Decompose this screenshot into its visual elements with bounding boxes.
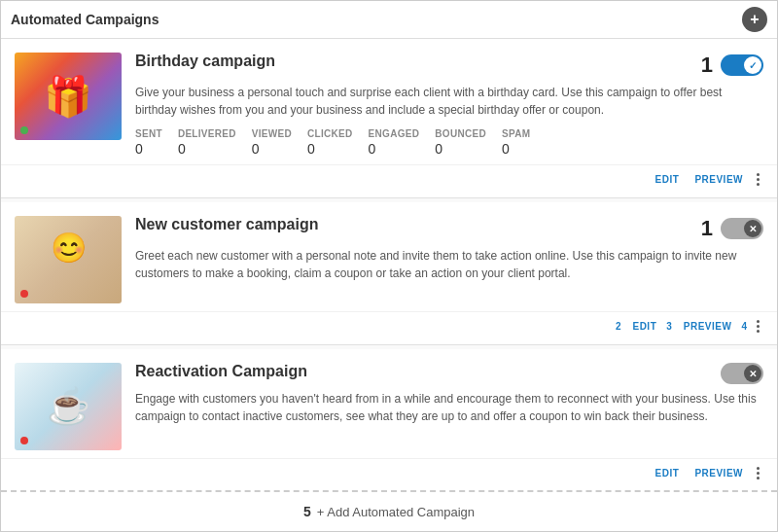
campaign-title-row-reactivation: Reactivation Campaign ✕	[135, 363, 763, 384]
dot1	[757, 173, 760, 176]
campaign-number-toggle-new-customer: 1 ✕	[701, 216, 763, 241]
stat-engaged-label: ENGAGED	[369, 128, 420, 139]
campaign-card-top: Birthday campaign 1 ✓ Give your business…	[1, 39, 777, 164]
dot2	[757, 325, 760, 328]
dot3	[757, 183, 760, 186]
campaign-actions-new-customer: 2 EDIT 3 PREVIEW 4	[1, 311, 777, 344]
toggle-reactivation[interactable]: ✕	[721, 363, 763, 384]
dot1	[757, 320, 760, 323]
add-campaign-bar[interactable]: 5 + Add Automated Campaign	[1, 490, 777, 531]
campaign-content-birthday: Birthday campaign 1 ✓ Give your business…	[135, 53, 763, 157]
add-button[interactable]: +	[742, 7, 767, 32]
campaign-content-reactivation: Reactivation Campaign ✕ Engage with cust…	[135, 363, 763, 425]
more-options-new-customer[interactable]	[753, 318, 763, 335]
stat-spam: SPAM 0	[502, 128, 530, 157]
stat-bounced: BOUNCED 0	[435, 128, 486, 157]
status-dot-birthday	[20, 126, 28, 134]
dot2	[757, 472, 760, 475]
campaign-number-toggle-birthday: 1 ✓	[701, 53, 763, 78]
preview-button-birthday[interactable]: PREVIEW	[689, 172, 749, 187]
edit-button-birthday[interactable]: EDIT	[650, 172, 686, 187]
stat-delivered-value: 0	[178, 141, 186, 157]
header: Automated Campaigns +	[1, 1, 777, 39]
stat-sent-label: SENT	[135, 128, 162, 139]
preview-button-reactivation[interactable]: PREVIEW	[689, 466, 749, 480]
toggle-knob-new-customer: ✕	[744, 220, 761, 237]
campaign-description-reactivation: Engage with customers you haven't heard …	[135, 390, 763, 425]
stat-delivered: DELIVERED 0	[178, 128, 236, 157]
toggle-birthday[interactable]: ✓	[721, 54, 763, 76]
add-campaign-label: + Add Automated Campaign	[317, 505, 475, 519]
main-container: Automated Campaigns + Birthday campaign …	[0, 0, 778, 532]
edit-button-reactivation[interactable]: EDIT	[650, 466, 686, 480]
status-dot-reactivation	[20, 437, 28, 444]
stat-engaged: ENGAGED 0	[369, 128, 420, 157]
more-options-reactivation[interactable]	[753, 465, 763, 481]
campaign-title-birthday: Birthday campaign	[135, 53, 275, 70]
campaign-description-new-customer: Greet each new customer with a personal …	[135, 247, 763, 282]
preview-number-new-customer: 3	[666, 321, 672, 332]
more-options-birthday[interactable]	[753, 171, 763, 188]
campaigns-list: Birthday campaign 1 ✓ Give your business…	[1, 39, 777, 490]
stat-spam-value: 0	[502, 141, 510, 157]
campaign-stats-birthday: SENT 0 DELIVERED 0 VIEWED 0 CLICKED	[135, 128, 763, 157]
campaign-actions-birthday: EDIT PREVIEW	[1, 164, 777, 197]
toggle-new-customer[interactable]: ✕	[721, 218, 763, 239]
toggle-knob-reactivation: ✕	[744, 365, 761, 382]
stat-delivered-label: DELIVERED	[178, 128, 236, 139]
stat-clicked-value: 0	[307, 141, 315, 157]
stat-bounced-label: BOUNCED	[435, 128, 486, 139]
campaign-image-birthday	[15, 53, 122, 140]
status-dot-new-customer	[20, 290, 28, 298]
campaign-card-reactivation: Reactivation Campaign ✕ Engage with cust…	[1, 349, 777, 490]
stat-clicked: CLICKED 0	[307, 128, 353, 157]
campaign-content-new-customer: New customer campaign 1 ✕ Greet each new…	[135, 216, 763, 282]
add-campaign-content: 5 + Add Automated Campaign	[303, 504, 475, 519]
campaign-image-new-customer	[15, 216, 122, 303]
campaign-title-new-customer: New customer campaign	[135, 216, 319, 233]
campaign-card-top-new-customer: New customer campaign 1 ✕ Greet each new…	[1, 202, 777, 311]
stat-bounced-value: 0	[435, 141, 442, 157]
more-number-new-customer: 4	[741, 321, 747, 332]
toggle-knob-birthday: ✓	[744, 56, 761, 74]
dot3	[757, 330, 760, 333]
campaign-card-new-customer: New customer campaign 1 ✕ Greet each new…	[1, 202, 777, 345]
add-campaign-number: 5	[303, 504, 311, 519]
campaign-card-top-reactivation: Reactivation Campaign ✕ Engage with cust…	[1, 349, 777, 458]
stat-sent-value: 0	[135, 141, 143, 157]
stat-viewed: VIEWED 0	[252, 128, 292, 157]
stat-sent: SENT 0	[135, 128, 162, 157]
stat-spam-label: SPAM	[502, 128, 530, 139]
stat-engaged-value: 0	[369, 141, 376, 157]
campaign-description-birthday: Give your business a personal touch and …	[135, 84, 763, 119]
stat-viewed-label: VIEWED	[252, 128, 292, 139]
campaign-title-row-new-customer: New customer campaign 1 ✕	[135, 216, 763, 241]
campaign-number-birthday: 1	[701, 53, 713, 78]
campaign-title-row-birthday: Birthday campaign 1 ✓	[135, 53, 763, 78]
campaign-title-reactivation: Reactivation Campaign	[135, 363, 307, 380]
stat-clicked-label: CLICKED	[307, 128, 353, 139]
toggle-check-icon: ✓	[749, 60, 757, 71]
edit-button-new-customer[interactable]: EDIT	[626, 319, 662, 334]
campaign-image-reactivation	[15, 363, 122, 450]
campaign-number-new-customer: 1	[701, 216, 713, 241]
campaign-number-toggle-reactivation: ✕	[721, 363, 763, 384]
dot2	[757, 178, 760, 181]
edit-number-new-customer: 2	[616, 321, 621, 332]
campaign-card-birthday: Birthday campaign 1 ✓ Give your business…	[1, 39, 777, 198]
dot3	[757, 477, 760, 479]
preview-button-new-customer[interactable]: PREVIEW	[678, 319, 738, 334]
dot1	[757, 467, 760, 470]
stat-viewed-value: 0	[252, 141, 260, 157]
campaign-actions-reactivation: EDIT PREVIEW	[1, 458, 777, 490]
page-title: Automated Campaigns	[11, 12, 159, 27]
